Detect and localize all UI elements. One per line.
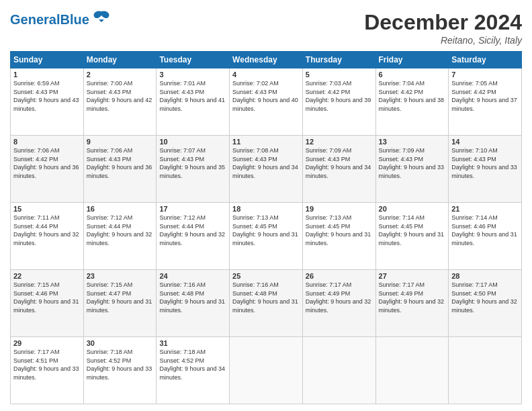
day-info: Sunrise: 7:09 AMSunset: 4:43 PMDaylight:…: [306, 147, 371, 179]
month-title: December 2024: [364, 10, 522, 35]
calendar-week-row: 15Sunrise: 7:11 AMSunset: 4:44 PMDayligh…: [11, 203, 522, 270]
day-number: 3: [159, 71, 226, 79]
day-number: 21: [451, 205, 519, 213]
day-info: Sunrise: 7:04 AMSunset: 4:42 PMDaylight:…: [379, 80, 445, 112]
col-header-wednesday: Wednesday: [230, 52, 303, 68]
day-info: Sunrise: 7:15 AMSunset: 4:46 PMDaylight:…: [13, 281, 79, 314]
table-row: 4Sunrise: 7:02 AMSunset: 4:43 PMDaylight…: [230, 68, 303, 136]
table-row: 15Sunrise: 7:11 AMSunset: 4:44 PMDayligh…: [11, 203, 84, 270]
day-number: 18: [232, 205, 300, 213]
day-info: Sunrise: 7:06 AMSunset: 4:43 PMDaylight:…: [87, 147, 152, 179]
logo-general: General: [10, 12, 60, 27]
logo-blue: Blue: [60, 12, 89, 27]
col-header-thursday: Thursday: [302, 52, 375, 68]
logo: GeneralBlue: [10, 10, 111, 29]
day-number: 5: [306, 71, 373, 79]
day-number: 26: [306, 272, 373, 280]
day-number: 27: [379, 272, 446, 280]
table-row: 21Sunrise: 7:14 AMSunset: 4:46 PMDayligh…: [449, 203, 522, 270]
table-row: 6Sunrise: 7:04 AMSunset: 4:42 PMDaylight…: [375, 68, 449, 136]
day-number: 1: [13, 71, 81, 79]
calendar-header-row: Sunday Monday Tuesday Wednesday Thursday…: [11, 52, 522, 68]
table-row: 31Sunrise: 7:18 AMSunset: 4:52 PMDayligh…: [157, 337, 230, 404]
day-info: Sunrise: 7:17 AMSunset: 4:49 PMDaylight:…: [379, 281, 445, 314]
day-number: 25: [232, 272, 300, 280]
day-info: Sunrise: 7:10 AMSunset: 4:43 PMDaylight:…: [451, 147, 517, 179]
table-row: 16Sunrise: 7:12 AMSunset: 4:44 PMDayligh…: [83, 203, 157, 270]
calendar-week-row: 8Sunrise: 7:06 AMSunset: 4:42 PMDaylight…: [11, 136, 522, 203]
table-row: 18Sunrise: 7:13 AMSunset: 4:45 PMDayligh…: [230, 203, 303, 270]
table-row: 2Sunrise: 7:00 AMSunset: 4:43 PMDaylight…: [83, 68, 157, 136]
day-number: 15: [13, 205, 81, 213]
day-info: Sunrise: 7:18 AMSunset: 4:52 PMDaylight:…: [159, 349, 225, 381]
table-row: 14Sunrise: 7:10 AMSunset: 4:43 PMDayligh…: [449, 136, 522, 203]
day-info: Sunrise: 7:05 AMSunset: 4:42 PMDaylight:…: [451, 80, 517, 112]
day-info: Sunrise: 7:03 AMSunset: 4:42 PMDaylight:…: [306, 80, 371, 112]
table-row: 20Sunrise: 7:14 AMSunset: 4:45 PMDayligh…: [375, 203, 449, 270]
day-number: 6: [379, 71, 446, 79]
day-number: 31: [159, 339, 226, 347]
col-header-tuesday: Tuesday: [157, 52, 230, 68]
day-info: Sunrise: 7:07 AMSunset: 4:43 PMDaylight:…: [159, 147, 225, 179]
location: Reitano, Sicily, Italy: [364, 35, 522, 46]
day-number: 22: [13, 272, 81, 280]
day-number: 12: [306, 138, 373, 146]
day-number: 14: [451, 138, 519, 146]
table-row: 19Sunrise: 7:13 AMSunset: 4:45 PMDayligh…: [302, 203, 375, 270]
header: GeneralBlue December 2024 Reitano, Sicil…: [10, 10, 522, 46]
day-info: Sunrise: 6:59 AMSunset: 4:43 PMDaylight:…: [13, 80, 79, 112]
day-info: Sunrise: 7:06 AMSunset: 4:42 PMDaylight:…: [13, 147, 79, 179]
table-row: 30Sunrise: 7:18 AMSunset: 4:52 PMDayligh…: [83, 337, 157, 404]
day-info: Sunrise: 7:12 AMSunset: 4:44 PMDaylight:…: [159, 214, 225, 246]
table-row: 3Sunrise: 7:01 AMSunset: 4:43 PMDaylight…: [157, 68, 230, 136]
col-header-saturday: Saturday: [449, 52, 522, 68]
day-number: 2: [87, 71, 154, 79]
day-number: 24: [159, 272, 226, 280]
table-row: 17Sunrise: 7:12 AMSunset: 4:44 PMDayligh…: [157, 203, 230, 270]
table-row: 13Sunrise: 7:09 AMSunset: 4:43 PMDayligh…: [375, 136, 449, 203]
day-info: Sunrise: 7:16 AMSunset: 4:48 PMDaylight:…: [159, 281, 225, 314]
calendar-body: 1Sunrise: 6:59 AMSunset: 4:43 PMDaylight…: [11, 68, 522, 404]
day-number: 10: [159, 138, 226, 146]
day-number: 19: [306, 205, 373, 213]
day-info: Sunrise: 7:15 AMSunset: 4:47 PMDaylight:…: [87, 281, 152, 314]
day-info: Sunrise: 7:14 AMSunset: 4:45 PMDaylight:…: [379, 214, 445, 246]
table-row: [449, 337, 522, 404]
day-info: Sunrise: 7:12 AMSunset: 4:44 PMDaylight:…: [87, 214, 152, 246]
page-container: GeneralBlue December 2024 Reitano, Sicil…: [0, 0, 532, 411]
day-number: 4: [232, 71, 300, 79]
calendar-table: Sunday Monday Tuesday Wednesday Thursday…: [10, 51, 522, 404]
day-info: Sunrise: 7:14 AMSunset: 4:46 PMDaylight:…: [451, 214, 517, 246]
day-number: 28: [451, 272, 519, 280]
table-row: 8Sunrise: 7:06 AMSunset: 4:42 PMDaylight…: [11, 136, 84, 203]
table-row: 5Sunrise: 7:03 AMSunset: 4:42 PMDaylight…: [302, 68, 375, 136]
day-number: 30: [87, 339, 154, 347]
day-number: 17: [159, 205, 226, 213]
table-row: [230, 337, 303, 404]
table-row: [375, 337, 449, 404]
table-row: 29Sunrise: 7:17 AMSunset: 4:51 PMDayligh…: [11, 337, 84, 404]
day-info: Sunrise: 7:09 AMSunset: 4:43 PMDaylight:…: [379, 147, 445, 179]
col-header-friday: Friday: [375, 52, 449, 68]
table-row: 23Sunrise: 7:15 AMSunset: 4:47 PMDayligh…: [83, 270, 157, 337]
table-row: 27Sunrise: 7:17 AMSunset: 4:49 PMDayligh…: [375, 270, 449, 337]
logo-bird-icon: [92, 10, 111, 29]
day-info: Sunrise: 7:02 AMSunset: 4:43 PMDaylight:…: [232, 80, 298, 112]
day-info: Sunrise: 7:08 AMSunset: 4:43 PMDaylight:…: [232, 147, 298, 179]
day-number: 8: [13, 138, 81, 146]
day-info: Sunrise: 7:18 AMSunset: 4:52 PMDaylight:…: [87, 349, 152, 381]
table-row: 11Sunrise: 7:08 AMSunset: 4:43 PMDayligh…: [230, 136, 303, 203]
table-row: 1Sunrise: 6:59 AMSunset: 4:43 PMDaylight…: [11, 68, 84, 136]
day-number: 16: [87, 205, 154, 213]
day-number: 11: [232, 138, 300, 146]
day-info: Sunrise: 7:13 AMSunset: 4:45 PMDaylight:…: [232, 214, 298, 246]
calendar-week-row: 22Sunrise: 7:15 AMSunset: 4:46 PMDayligh…: [11, 270, 522, 337]
logo-text: GeneralBlue: [10, 12, 89, 28]
day-number: 7: [451, 71, 519, 79]
col-header-sunday: Sunday: [11, 52, 84, 68]
table-row: 10Sunrise: 7:07 AMSunset: 4:43 PMDayligh…: [157, 136, 230, 203]
table-row: [302, 337, 375, 404]
day-info: Sunrise: 7:01 AMSunset: 4:43 PMDaylight:…: [159, 80, 225, 112]
day-info: Sunrise: 7:16 AMSunset: 4:48 PMDaylight:…: [232, 281, 298, 314]
table-row: 28Sunrise: 7:17 AMSunset: 4:50 PMDayligh…: [449, 270, 522, 337]
